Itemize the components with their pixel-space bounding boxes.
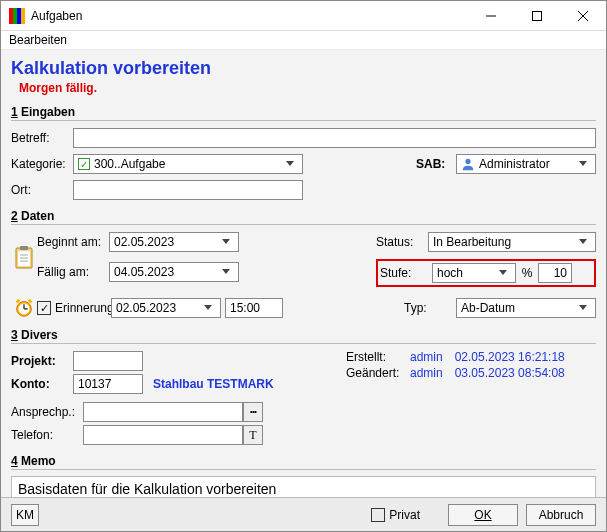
section-memo: 4 Memo (11, 454, 596, 470)
svg-marker-13 (222, 239, 230, 244)
user-icon (461, 157, 475, 171)
ansprech-input[interactable] (83, 402, 243, 422)
label-status: Status: (376, 235, 428, 249)
label-telefon: Telefon: (11, 428, 83, 442)
kategorie-select[interactable]: ✓ 300..Aufgabe (73, 154, 303, 174)
konto-name-link[interactable]: Stahlbau TESTMARK (153, 377, 274, 391)
chevron-down-icon (495, 270, 511, 276)
label-sab: SAB: (416, 157, 456, 171)
content-area: Kalkulation vorbereiten Morgen fällig. 1… (1, 50, 606, 497)
label-erstellt: Erstellt: (346, 350, 398, 364)
clipboard-icon (14, 246, 34, 270)
svg-marker-4 (286, 161, 294, 166)
title-bar: Aufgaben (1, 1, 606, 31)
due-notice: Morgen fällig. (19, 81, 596, 95)
projekt-input[interactable] (73, 351, 143, 371)
created-at: 02.05.2023 16:21:18 (455, 350, 565, 364)
label-ort: Ort: (11, 183, 73, 197)
menu-bar: Bearbeiten (1, 31, 606, 50)
svg-marker-6 (579, 161, 587, 166)
chevron-down-icon (575, 305, 591, 311)
check-icon: ✓ (78, 158, 90, 170)
alarm-icon (13, 297, 35, 319)
label-geaendert: Geändert: (346, 366, 398, 380)
label-beginnt: Beginnt am: (37, 235, 109, 249)
chevron-down-icon (575, 239, 591, 245)
ansprech-picker-button[interactable]: ••• (243, 402, 263, 422)
chevron-down-icon (218, 239, 234, 245)
label-faellig: Fällig am: (37, 265, 109, 279)
typ-select[interactable]: Ab-Datum (456, 298, 596, 318)
chevron-down-icon (200, 305, 216, 311)
changed-at: 03.05.2023 08:54:08 (455, 366, 565, 380)
created-by: admin (410, 350, 443, 364)
status-select[interactable]: In Bearbeitung (428, 232, 596, 252)
km-button[interactable]: KM (11, 504, 39, 526)
svg-marker-16 (499, 270, 507, 275)
close-button[interactable] (560, 1, 606, 31)
svg-marker-21 (204, 305, 212, 310)
faellig-date[interactable]: 04.05.2023 (109, 262, 239, 282)
label-projekt: Projekt: (11, 354, 73, 368)
label-ansprech: Ansprechp.: (11, 405, 83, 419)
maximize-button[interactable] (514, 1, 560, 31)
label-stufe: Stufe: (380, 266, 432, 280)
page-title: Kalkulation vorbereiten (11, 58, 596, 79)
chevron-down-icon (218, 269, 234, 275)
chevron-down-icon (575, 161, 591, 167)
section-divers: 3 Divers (11, 328, 596, 344)
label-konto: Konto: (11, 377, 73, 391)
subject-input[interactable] (73, 128, 596, 148)
section-eingaben: 1 Eingaben (11, 105, 596, 121)
svg-rect-8 (20, 246, 28, 250)
window-title: Aufgaben (31, 9, 468, 23)
cancel-button[interactable]: Abbruch (526, 504, 596, 526)
erinnerung-checkbox[interactable]: ✓ (37, 301, 51, 315)
svg-rect-1 (533, 11, 542, 20)
label-percent: % (516, 266, 538, 280)
svg-marker-22 (579, 305, 587, 310)
stufe-select[interactable]: hoch (432, 263, 516, 283)
beginnt-date[interactable]: 02.05.2023 (109, 232, 239, 252)
memo-text[interactable]: Basisdaten für die Kalkulation vorbereit… (11, 476, 596, 497)
erinnerung-time[interactable]: 15:00 (225, 298, 283, 318)
privat-checkbox[interactable]: Privat (371, 508, 420, 522)
stufe-highlight: Stufe: hoch % (376, 259, 596, 287)
svg-point-5 (465, 159, 470, 164)
sab-select[interactable]: Administrator (456, 154, 596, 174)
label-betreff: Betreff: (11, 131, 73, 145)
label-kategorie: Kategorie: (11, 157, 73, 171)
label-erinnerung: Erinnerung (55, 301, 111, 315)
footer-bar: KM Privat OK Abbruch (1, 497, 606, 531)
svg-marker-14 (222, 269, 230, 274)
chevron-down-icon (282, 161, 298, 167)
changed-by: admin (410, 366, 443, 380)
konto-input[interactable] (73, 374, 143, 394)
minimize-button[interactable] (468, 1, 514, 31)
ort-input[interactable] (73, 180, 303, 200)
telefon-input[interactable] (83, 425, 243, 445)
label-typ: Typ: (404, 301, 456, 315)
percent-input[interactable] (538, 263, 572, 283)
svg-marker-15 (579, 239, 587, 244)
telefon-t-button[interactable]: T (243, 425, 263, 445)
menu-edit[interactable]: Bearbeiten (9, 33, 67, 47)
app-icon (9, 8, 25, 24)
ok-button[interactable]: OK (448, 504, 518, 526)
section-daten: 2 Daten (11, 209, 596, 225)
erinnerung-date[interactable]: 02.05.2023 (111, 298, 221, 318)
